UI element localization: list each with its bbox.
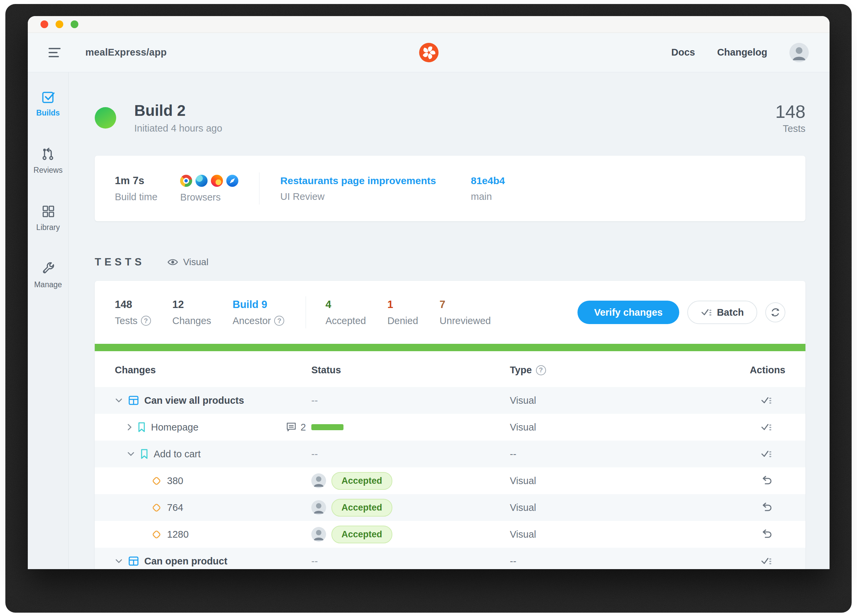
- branch-label: main: [471, 191, 505, 202]
- snapshot-group-icon: [128, 395, 139, 406]
- row-label[interactable]: 380: [167, 475, 183, 486]
- row-label[interactable]: Can view all products: [144, 395, 244, 406]
- batch-accept-icon[interactable]: [761, 449, 772, 459]
- refresh-icon: [770, 306, 781, 318]
- approver-avatar: [311, 527, 326, 542]
- comment-count: 2: [301, 422, 306, 433]
- pull-request-icon: [41, 147, 55, 161]
- batch-accept-icon[interactable]: [761, 395, 772, 406]
- table-row: Add to cart -- --: [95, 441, 806, 467]
- approver-avatar: [311, 500, 326, 515]
- comment-icon[interactable]: [286, 422, 297, 433]
- row-label[interactable]: Homepage: [151, 422, 198, 433]
- stat-changes-label: Changes: [172, 315, 211, 327]
- build-progress-bar: [95, 344, 806, 351]
- divider: [259, 172, 260, 204]
- visual-filter-label: Visual: [183, 257, 209, 268]
- batch-button[interactable]: Batch: [687, 301, 757, 324]
- tests-section-title: TESTS: [95, 256, 145, 268]
- user-avatar[interactable]: [789, 43, 809, 62]
- minimize-window-button[interactable]: [56, 20, 63, 28]
- table-row: 764 Accepted Visual: [95, 494, 806, 521]
- grid-icon: [41, 204, 55, 218]
- stat-unreviewed-value: 7: [439, 299, 491, 311]
- snapshot-group-icon: [128, 556, 139, 566]
- type-cell: Visual: [510, 529, 735, 540]
- app-header: mealExpress/app Docs Changelog: [28, 33, 829, 72]
- safari-icon: [226, 175, 238, 187]
- tests-count: 148: [775, 101, 806, 122]
- app-logo-icon[interactable]: [419, 43, 439, 62]
- sidebar-item-label: Reviews: [34, 166, 63, 175]
- build-subtitle: Initiated 4 hours ago: [134, 123, 222, 134]
- table-row: Homepage 2 Visual: [95, 414, 806, 441]
- bookmark-icon: [138, 422, 145, 433]
- build-status-dot: [95, 107, 116, 128]
- checkbox-check-icon: [41, 90, 55, 104]
- stat-tests-value: 148: [115, 299, 151, 311]
- snapshot-width-icon: [151, 529, 162, 540]
- edge-icon: [195, 175, 207, 187]
- sidebar-item-builds[interactable]: Builds: [36, 90, 60, 118]
- chevron-down-icon[interactable]: [115, 559, 123, 564]
- status-badge: Accepted: [331, 499, 392, 517]
- table-header: Changes Status Type Actions: [95, 351, 806, 387]
- chevron-down-icon[interactable]: [127, 451, 135, 457]
- snapshot-width-icon: [151, 502, 162, 513]
- status-badge: Accepted: [331, 526, 392, 543]
- batch-check-icon: [701, 307, 712, 318]
- project-breadcrumb[interactable]: mealExpress/app: [85, 47, 167, 58]
- type-cell: Visual: [510, 395, 735, 406]
- help-icon[interactable]: [274, 316, 284, 326]
- snapshot-width-icon: [151, 475, 162, 486]
- commit-link[interactable]: 81e4b4: [471, 175, 505, 186]
- close-window-button[interactable]: [40, 20, 48, 28]
- visual-filter[interactable]: Visual: [167, 257, 209, 268]
- sidebar-item-reviews[interactable]: Reviews: [34, 147, 63, 175]
- batch-accept-icon[interactable]: [761, 422, 772, 433]
- page-title: Build 2: [134, 101, 222, 119]
- sidebar-item-manage[interactable]: Manage: [34, 262, 62, 289]
- chevron-down-icon[interactable]: [115, 398, 123, 403]
- stat-tests-label: Tests: [115, 315, 138, 327]
- bookmark-icon: [140, 449, 148, 459]
- main-content: Build 2 Initiated 4 hours ago 148 Tests …: [69, 72, 829, 569]
- sidebar-item-library[interactable]: Library: [36, 204, 60, 232]
- row-label[interactable]: 1280: [167, 529, 189, 540]
- undo-icon[interactable]: [761, 502, 772, 513]
- window-titlebar: [28, 16, 829, 33]
- undo-icon[interactable]: [761, 529, 772, 540]
- row-label[interactable]: 764: [167, 502, 183, 513]
- undo-icon[interactable]: [761, 475, 772, 486]
- stat-denied-label: Denied: [387, 315, 418, 327]
- table-row: Can view all products -- Visual: [95, 387, 806, 414]
- app-window: mealExpress/app Docs Changelog: [28, 16, 829, 569]
- build-time-label: Build time: [115, 192, 157, 203]
- ancestor-build-link[interactable]: Build 9: [233, 299, 284, 311]
- type-cell: Visual: [510, 475, 735, 486]
- tests-card: 148 Tests 12 Changes Build 9 Ancestor 4: [95, 281, 806, 569]
- divider: [306, 296, 306, 328]
- row-label[interactable]: Add to cart: [154, 449, 201, 460]
- row-label[interactable]: Can open product: [144, 556, 227, 567]
- column-status: Status: [311, 365, 510, 376]
- stat-accepted-label: Accepted: [325, 315, 366, 327]
- menu-icon[interactable]: [48, 48, 60, 57]
- nav-changelog[interactable]: Changelog: [717, 47, 767, 58]
- status-empty: --: [311, 556, 318, 567]
- build-meta-card: 1m 7s Build time Browsers Restaurants pa…: [95, 156, 806, 221]
- refresh-button[interactable]: [765, 302, 785, 322]
- help-icon[interactable]: [141, 316, 151, 326]
- zoom-window-button[interactable]: [71, 20, 78, 28]
- chevron-right-icon[interactable]: [127, 423, 132, 431]
- wrench-icon: [41, 262, 55, 275]
- verify-changes-button[interactable]: Verify changes: [577, 301, 679, 324]
- column-type: Type: [510, 365, 532, 376]
- stat-ancestor-label: Ancestor: [233, 315, 271, 327]
- nav-docs[interactable]: Docs: [671, 47, 695, 58]
- table-row: 380 Accepted Visual: [95, 467, 806, 494]
- review-link[interactable]: Restaurants page improvements: [280, 175, 436, 186]
- firefox-icon: [211, 175, 223, 187]
- help-icon[interactable]: [536, 365, 546, 375]
- batch-accept-icon[interactable]: [761, 556, 772, 566]
